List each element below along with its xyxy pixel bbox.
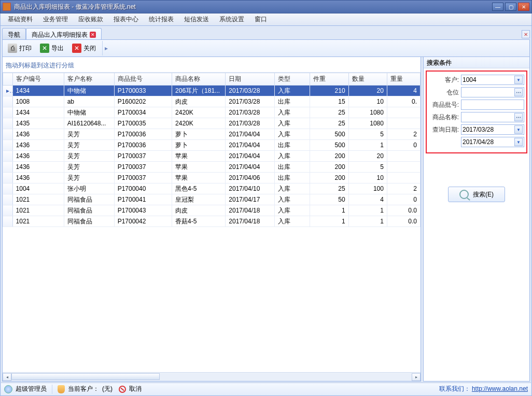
table-row[interactable]: 1436吴芳P1700036萝卜2017/04/04入库50052	[3, 129, 421, 140]
scroll-track[interactable]	[11, 373, 412, 381]
cancel-icon[interactable]	[119, 386, 126, 393]
scroll-right-arrow[interactable]: ▸	[412, 373, 421, 381]
table-row[interactable]: 1021同福食品P1700043肉皮2017/04/18入库110.0	[3, 205, 421, 216]
position-browse-icon[interactable]: ⋯	[514, 88, 523, 96]
column-header-1[interactable]: 客户名称	[64, 73, 114, 86]
close-button[interactable]: ✕ 关闭	[69, 41, 99, 55]
tab-report-label: 商品出入库明细报表	[32, 31, 88, 39]
tab-nav[interactable]: 导航	[2, 28, 26, 39]
cell: 1080	[348, 107, 387, 118]
table-row[interactable]: 1436吴芳P1700036萝卜2017/04/04出库50010	[3, 140, 421, 151]
menu-item-6[interactable]: 系统设置	[214, 13, 249, 25]
menu-item-0[interactable]: 基础资料	[3, 13, 38, 25]
search-button[interactable]: 搜索(E)	[448, 187, 505, 202]
column-header-2[interactable]: 商品批号	[114, 73, 172, 86]
cell: ab	[64, 96, 114, 107]
data-grid[interactable]: 客户编号客户名称商品批号商品名称日期类型件重数量重量 ▸1434中物储P1700…	[3, 73, 421, 372]
tabs-close-all-button[interactable]: ✕	[522, 30, 530, 38]
row-indicator	[3, 118, 13, 129]
menu-item-3[interactable]: 报表中心	[108, 13, 144, 25]
print-button[interactable]: ⎙ 打印	[5, 41, 35, 55]
column-header-8[interactable]: 重量	[387, 73, 420, 86]
row-indicator	[3, 216, 13, 227]
menu-item-2[interactable]: 应收账款	[73, 13, 108, 25]
window-title: 商品出入库明细报表 - 傲蓝冷库管理系统.net	[14, 3, 492, 11]
date-from-input[interactable]	[463, 126, 514, 133]
cell	[387, 173, 420, 183]
menu-item-7[interactable]: 窗口	[249, 13, 272, 25]
table-row[interactable]: 1436吴芳P1700037苹果2017/04/04出库2005	[3, 162, 421, 173]
position-input[interactable]	[463, 89, 514, 96]
cell: 2017/04/18	[226, 216, 275, 227]
horizontal-scrollbar[interactable]: ◂ ▸	[3, 372, 421, 381]
column-header-6[interactable]: 件重	[310, 73, 348, 86]
cell: 肉皮	[172, 205, 226, 216]
customer-input[interactable]	[463, 76, 514, 83]
cell: 2017/03/28	[226, 96, 275, 107]
app-icon	[3, 3, 11, 11]
menu-item-4[interactable]: 统计报表	[144, 13, 179, 25]
table-row[interactable]: 1021同福食品P1700041皇冠梨2017/04/17入库5040	[3, 194, 421, 205]
search-icon	[459, 190, 469, 199]
batch-input[interactable]	[463, 101, 523, 108]
maximize-button[interactable]: ▢	[505, 3, 516, 11]
date-from-dropdown-icon[interactable]: ▼	[514, 125, 523, 134]
scroll-left-arrow[interactable]: ◂	[3, 373, 11, 381]
cell: 20	[348, 86, 387, 96]
cell: 入库	[275, 151, 310, 162]
contact-url[interactable]: http://www.aolan.net	[472, 385, 528, 392]
cell: 吴芳	[64, 140, 114, 151]
table-row[interactable]: 1436吴芳P1700037苹果2017/04/04入库20020	[3, 151, 421, 162]
batch-input-wrap	[461, 100, 524, 110]
group-panel[interactable]: 拖动列标题到这进行分组	[3, 57, 421, 73]
customer-dropdown-icon[interactable]: ▼	[514, 76, 523, 84]
tab-report[interactable]: 商品出入库明细报表 ✕	[26, 28, 102, 39]
minimize-button[interactable]: —	[492, 3, 503, 11]
export-button[interactable]: ✕ 导出	[37, 41, 67, 55]
row-indicator: ▸	[3, 86, 13, 96]
column-header-0[interactable]: 客户编号	[12, 73, 64, 86]
tab-close-icon[interactable]: ✕	[90, 32, 96, 38]
contact-link[interactable]: 联系我们： http://www.aolan.net	[439, 385, 528, 393]
position-input-wrap: ⋯	[461, 87, 524, 97]
column-header-7[interactable]: 数量	[348, 73, 387, 86]
scroll-thumb[interactable]	[11, 373, 160, 380]
toolbar-scroll-right[interactable]: ▸	[102, 41, 109, 55]
cell: 206耳片（181...	[172, 86, 226, 96]
menu-item-5[interactable]: 短信发送	[179, 13, 214, 25]
pname-browse-icon[interactable]: ⋯	[514, 113, 523, 121]
table-row[interactable]: 1008abP1600202肉皮2017/03/28出库15100.	[3, 96, 421, 107]
cell: 25	[310, 183, 348, 194]
column-header-4[interactable]: 日期	[226, 73, 275, 86]
column-header-5[interactable]: 类型	[275, 73, 310, 86]
cell: 吴芳	[64, 151, 114, 162]
cell: 2017/04/04	[226, 140, 275, 151]
window-close-button[interactable]: ✕	[518, 3, 529, 11]
cell: 0	[387, 140, 420, 151]
cell: 1021	[12, 216, 64, 227]
status-cancel[interactable]: 取消	[129, 385, 142, 393]
cell: 200	[310, 162, 348, 173]
date-to-input[interactable]	[463, 138, 514, 146]
cell: 香菇4-5	[172, 216, 226, 227]
table-row[interactable]: 1435AI16120648...P17000352420K2017/03/28…	[3, 118, 421, 129]
date-to-dropdown-icon[interactable]: ▼	[514, 138, 523, 146]
pname-input[interactable]	[463, 114, 514, 121]
table-row[interactable]: 1434中物储P17000342420K2017/03/28入库251080	[3, 107, 421, 118]
cell: 200	[310, 151, 348, 162]
cell: 1021	[12, 205, 64, 216]
table-row[interactable]: 1021同福食品P1700042香菇4-52017/04/18入库110.0	[3, 216, 421, 227]
table-row[interactable]: 1004张小明P1700040黑色4-52017/04/10入库251002	[3, 183, 421, 194]
menu-item-1[interactable]: 业务管理	[38, 13, 73, 25]
cell: 2017/04/04	[226, 129, 275, 140]
cell: 25	[310, 107, 348, 118]
cell: 肉皮	[172, 96, 226, 107]
table-row[interactable]: ▸1434中物储P1700033206耳片（181...2017/03/28入库…	[3, 86, 421, 96]
cell: 吴芳	[64, 162, 114, 173]
cell: 入库	[275, 216, 310, 227]
column-header-3[interactable]: 商品名称	[172, 73, 226, 86]
print-label: 打印	[19, 44, 32, 53]
cell: 1	[310, 216, 348, 227]
table-row[interactable]: 1436吴芳P1700037苹果2017/04/06出库20010	[3, 173, 421, 183]
cell: 黑色4-5	[172, 183, 226, 194]
